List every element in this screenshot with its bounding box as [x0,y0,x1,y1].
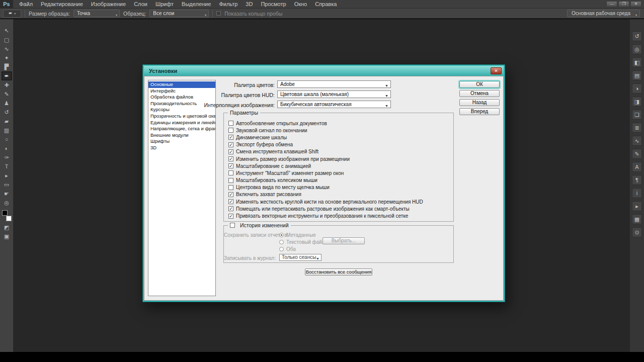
radio-metadata[interactable] [279,233,284,237]
checkbox[interactable]: ✓ [228,142,233,147]
checkbox[interactable] [228,121,233,126]
quick-mask-icon[interactable]: ◩ [2,223,12,232]
panel-info[interactable]: i [632,188,642,198]
checkbox[interactable] [228,170,233,175]
panel-actions[interactable]: ▸ [632,201,642,211]
menu-item[interactable]: Справка [311,0,341,9]
workspace-select[interactable]: Основная рабочая среда ▾ [567,10,640,17]
checkbox[interactable]: ✓ [228,199,233,204]
panel-color[interactable]: ◧ [632,57,642,67]
checkbox[interactable]: ✓ [228,206,233,211]
clone-stamp-tool[interactable]: ♟ [2,99,12,108]
option-row: ✓Экспорт буфера обмена [228,141,453,148]
preferences-category[interactable]: Единицы измерения и линейки [148,120,215,126]
menu-item[interactable]: Шрифт [151,0,178,9]
image-interpolation-select[interactable]: Бикубическая автоматическая ▼ [277,101,391,108]
foreground-swatch[interactable] [2,210,8,216]
marquee-tool[interactable]: ▢ [2,35,12,44]
checkbox[interactable]: ✓ [228,149,233,154]
preferences-category[interactable]: Направляющие, сетка и фрагменты [148,126,215,132]
workspace-value: Основная рабочая среда [572,11,630,16]
path-selection-tool[interactable]: ▸ [2,171,12,180]
lasso-tool[interactable]: ∿ [2,44,12,53]
checkbox[interactable]: ✓ [228,163,233,168]
checkbox-label: Смена инструмента клавишей Shift [236,149,318,154]
checkbox[interactable]: ✓ [228,214,233,219]
menu-item[interactable]: 3D [242,0,257,9]
back-button[interactable]: Назад [459,99,500,106]
sample-size-select[interactable]: Точка ▾ [73,10,120,17]
preferences-category[interactable]: Шрифты [148,138,215,145]
panel-navigator[interactable]: ◎ [632,44,642,54]
checkbox[interactable] [228,178,233,183]
choose-file-button[interactable]: Выбрать... [323,237,365,244]
sample-size-label: Размер образца: [29,11,70,17]
chevron-down-icon: ▾ [116,12,117,19]
menu-item[interactable]: Файл [15,0,37,9]
panel-styles[interactable]: ◨ [632,97,642,107]
checkbox[interactable] [228,185,233,190]
restore-button[interactable]: ❐ [618,1,629,7]
eyedropper-tool[interactable]: ✒ [2,71,12,80]
preferences-category[interactable]: Внешние модули [148,132,215,139]
shape-tool[interactable]: ▭ [2,180,12,189]
panel-properties[interactable]: ▦ [632,214,642,224]
blur-tool[interactable]: ○ [2,135,12,144]
panel-paragraph[interactable]: ¶ [632,175,642,185]
screen-mode-icon[interactable]: ▣ [2,232,12,241]
crop-tool[interactable]: ▛ [2,62,12,71]
panel-channels[interactable]: ≣ [632,123,642,133]
dialog-title-bar[interactable]: Установки ✕ [144,66,504,76]
log-items-select[interactable]: Только сеансы ▼ [279,254,321,261]
tool-preset-button[interactable]: ✒ ▾ [3,10,21,18]
radio-both[interactable] [279,247,284,251]
menu-item[interactable]: Фильтр [215,0,242,9]
hand-tool[interactable]: ☛ [2,189,12,198]
brush-tool[interactable]: ✎ [2,89,12,99]
zoom-tool[interactable]: ◎ [2,198,12,207]
panel-clone-source[interactable]: ⊙ [632,227,642,237]
dodge-tool[interactable]: ◐ [2,144,12,153]
ok-button[interactable]: ОК [459,81,500,88]
panel-brush[interactable]: ✎ [632,149,642,159]
background-swatch[interactable] [6,216,12,221]
menu-item[interactable]: Редактирование [37,0,87,9]
menu-item[interactable]: Просмотр [257,0,290,9]
color-picker-select[interactable]: Adobe ▼ [277,80,391,88]
checkbox[interactable]: ✓ [228,192,233,197]
move-tool[interactable]: ↖ [2,26,12,35]
panel-layers[interactable]: ❏ [632,110,642,120]
forward-button[interactable]: Вперед [459,108,500,115]
healing-brush-tool[interactable]: ✚ [2,80,12,89]
menu-item[interactable]: Слои [130,0,151,9]
panel-paths[interactable]: ∿ [632,136,642,146]
panel-character[interactable]: A [632,162,642,172]
history-log-checkbox[interactable] [230,223,235,228]
minimize-button[interactable]: — [606,1,617,7]
quick-selection-tool[interactable]: ✦ [2,53,12,62]
checkbox[interactable]: ✓ [228,156,233,161]
gradient-tool[interactable]: ▥ [2,126,12,135]
preferences-category[interactable]: 3D [148,145,215,151]
menu-item[interactable]: Выделение [178,0,215,9]
menu-item[interactable]: Окно [290,0,311,9]
cancel-button[interactable]: Отмена [459,90,500,97]
sample-select[interactable]: Все слои ▾ [149,10,209,17]
checkbox[interactable] [228,128,233,133]
checkbox[interactable]: ✓ [228,135,233,140]
preferences-category[interactable]: Прозрачность и цветовой охват [148,113,215,120]
menu-item[interactable]: Изображение [87,0,130,9]
dialog-close-button[interactable]: ✕ [491,67,502,74]
pen-tool[interactable]: ✑ [2,153,12,162]
show-ring-checkbox[interactable] [216,11,221,16]
close-button[interactable]: ✕ [630,1,641,7]
panel-adjustments[interactable]: ◑ [632,83,642,94]
type-tool[interactable]: T [2,162,12,171]
history-brush-tool[interactable]: ↺ [2,108,12,117]
panel-history[interactable]: ↺ [632,31,642,41]
reset-warnings-button[interactable]: Восстановить все сообщения [305,268,372,276]
panel-swatches[interactable]: ▤ [632,70,642,80]
eraser-tool[interactable]: ▰ [2,117,12,126]
hud-color-picker-select[interactable]: Цветовая шкала (маленькая) ▼ [277,90,391,98]
radio-text-file[interactable] [279,240,284,244]
